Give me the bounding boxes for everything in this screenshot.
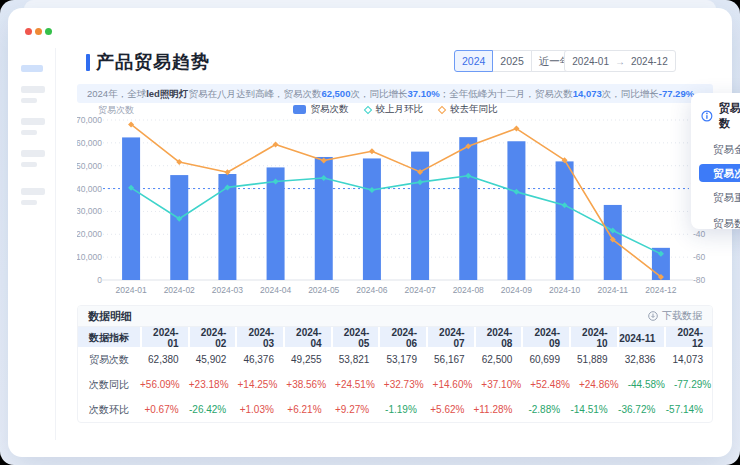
column-header: 2024-02 — [188, 327, 236, 349]
table-cell: 14,073 — [664, 347, 712, 372]
table-cell: -57.14% — [664, 397, 712, 422]
table-cell: 45,902 — [188, 347, 236, 372]
bar-2024-09[interactable] — [507, 141, 525, 280]
column-header: 2024-04 — [283, 327, 331, 349]
column-header: 2024-05 — [331, 327, 379, 349]
bar-2024-10[interactable] — [556, 161, 574, 280]
table-cell: +24.51% — [335, 372, 384, 397]
table-header-row: 数据指标2024-012024-022024-032024-042024-052… — [78, 327, 712, 347]
close-window-icon[interactable] — [25, 28, 32, 35]
legend-bar-marker-icon — [293, 105, 306, 114]
app-window: 产品贸易趋势 20242025近一年 2024-01 → 2024-12 202… — [8, 8, 732, 457]
table-cell: +5.62% — [426, 397, 474, 422]
date-range-picker[interactable]: 2024-01 → 2024-12 — [564, 50, 676, 72]
bar-2024-01[interactable] — [122, 137, 140, 280]
table-cell: +0.67% — [140, 397, 188, 422]
bar-2024-06[interactable] — [363, 158, 381, 280]
bar-2024-02[interactable] — [170, 175, 188, 280]
table-section-header: 数据明细 下载数据 — [78, 306, 712, 327]
summary-segment: 62,500 — [321, 88, 350, 99]
x-axis-label: 2024-03 — [212, 285, 243, 295]
metric-option-selected[interactable]: 贸易次数 — [699, 164, 740, 182]
sidebar-item[interactable] — [21, 188, 45, 195]
column-header: 2024-08 — [474, 327, 522, 349]
sidebar-item[interactable] — [21, 162, 37, 167]
x-axis-label: 2024-02 — [164, 285, 195, 295]
table-cell: -77.29% — [674, 372, 713, 397]
metric-dropdown-trigger[interactable]: 贸易次数 — [691, 101, 740, 138]
sidebar-item[interactable] — [21, 98, 37, 103]
table-cell: -36.72% — [617, 397, 665, 422]
legend-item[interactable]: 较上月环比 — [365, 103, 424, 116]
legend-item[interactable]: 较去年同比 — [439, 103, 498, 116]
x-axis-label: 2024-12 — [645, 285, 676, 295]
table-cell: +24.86% — [579, 372, 628, 397]
table-cell: 51,889 — [569, 347, 617, 372]
point-较去年同比-2024-06[interactable] — [369, 148, 375, 154]
x-axis-label: 2024-06 — [356, 285, 387, 295]
download-label: 下载数据 — [662, 309, 702, 323]
summary-segment: 14,073 — [573, 88, 602, 99]
year-filter-button[interactable]: 2024 — [454, 50, 493, 72]
right-axis-label: -80 — [693, 275, 706, 285]
metric-option[interactable]: 贸易数量 — [691, 212, 740, 234]
x-axis-label: 2024-10 — [549, 285, 580, 295]
left-axis-label: 20,000 — [77, 229, 102, 239]
table-cell: +11.28% — [473, 397, 521, 422]
table-cell: +6.21% — [283, 397, 331, 422]
row-label: 次数同比 — [78, 372, 140, 397]
line-较去年同比 — [131, 124, 661, 276]
column-header: 2024-01 — [140, 327, 188, 349]
column-header: 2024-07 — [426, 327, 474, 349]
minimize-window-icon[interactable] — [35, 28, 42, 35]
download-data-button[interactable]: 下载数据 — [648, 309, 702, 323]
legend-label: 较上月环比 — [376, 103, 424, 116]
left-axis-label: 60,000 — [77, 138, 102, 148]
row-label: 贸易次数 — [78, 347, 140, 372]
summary-segment: -77.29% — [659, 88, 694, 99]
table-cell: 62,500 — [474, 347, 522, 372]
legend-label: 较去年同比 — [450, 103, 498, 116]
data-table-card: 数据明细 下载数据 数据指标2024-012024-022024-032024-… — [77, 305, 713, 423]
sidebar-item-active[interactable] — [21, 65, 43, 72]
table-row: 次数环比+0.67%-26.42%+1.03%+6.21%+9.27%-1.19… — [78, 397, 712, 422]
summary-segment: 37.10% — [407, 88, 439, 99]
table-cell: +1.03% — [235, 397, 283, 422]
summary-segment: led照明灯 — [146, 88, 188, 99]
table-cell: 62,380 — [140, 347, 188, 372]
selected-metric-label: 贸易次数 — [719, 101, 740, 131]
summary-banner: 2024年，全球led照明灯贸易在八月达到高峰，贸易次数62,500次，同比增长… — [77, 84, 713, 103]
zoom-window-icon[interactable] — [45, 28, 52, 35]
table-cell: +23.18% — [189, 372, 238, 397]
date-range-end: 2024-12 — [631, 56, 668, 67]
table-cell: +9.27% — [331, 397, 379, 422]
table-row: 贸易次数62,38045,90246,37649,25553,82153,179… — [78, 347, 712, 372]
metric-option[interactable]: 贸易重量 — [691, 186, 740, 208]
table-cell: 46,376 — [235, 347, 283, 372]
legend-item[interactable]: 贸易次数 — [293, 103, 349, 116]
sidebar-item[interactable] — [21, 130, 37, 135]
year-filter-button[interactable]: 2025 — [492, 50, 531, 72]
sidebar-item[interactable] — [21, 86, 45, 93]
column-header: 2024-03 — [235, 327, 283, 349]
metric-option[interactable]: 贸易金额 — [691, 138, 740, 160]
page-title: 产品贸易趋势 — [96, 50, 210, 74]
sidebar-item[interactable] — [21, 118, 45, 125]
x-axis-label: 2024-01 — [115, 285, 146, 295]
sidebar-item[interactable] — [21, 200, 37, 205]
year-filter-group: 20242025近一年 — [454, 50, 578, 72]
table-cell: -44.58% — [628, 372, 674, 397]
table-cell: 49,255 — [283, 347, 331, 372]
table-cell: -2.88% — [521, 397, 569, 422]
download-icon — [648, 311, 658, 321]
bar-2024-08[interactable] — [459, 137, 477, 280]
table-cell: 60,699 — [521, 347, 569, 372]
arrow-right-icon: → — [615, 56, 625, 67]
table-cell: +56.09% — [140, 372, 189, 397]
summary-segment: 2024年，全球 — [87, 88, 146, 99]
left-axis-label: 40,000 — [77, 184, 102, 194]
column-header: 2024-11 — [617, 327, 665, 349]
title-accent-bar — [86, 54, 90, 71]
chart-canvas: 010,00020,00030,00040,00050,00060,00070,… — [77, 104, 713, 300]
sidebar-item[interactable] — [21, 150, 45, 157]
